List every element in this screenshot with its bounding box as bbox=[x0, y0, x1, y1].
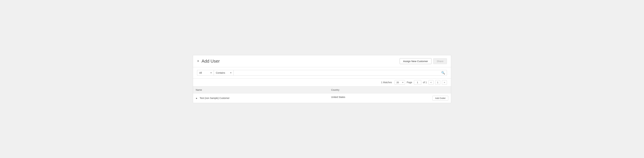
page-label: Page bbox=[407, 81, 412, 84]
pagination-row: 1 Matches 20 50 100 ▼ Page of 1 < 1 > bbox=[193, 78, 451, 86]
customer-country: United States bbox=[331, 96, 345, 98]
next-page-button[interactable]: > bbox=[442, 80, 447, 85]
table-cell-name: ► Test (non Sample) Customer bbox=[193, 93, 328, 103]
search-input[interactable] bbox=[234, 70, 447, 76]
page-of-text: of 1 bbox=[423, 81, 427, 84]
condition-select[interactable]: Contains Equals Starts With bbox=[214, 70, 234, 76]
table-header: Name Country bbox=[193, 86, 451, 93]
search-icon[interactable]: 🔍 bbox=[441, 71, 445, 75]
condition-select-wrapper: Contains Equals Starts With ▼ bbox=[214, 70, 234, 76]
page-size-select[interactable]: 20 50 100 bbox=[394, 80, 405, 85]
header-left: × Add User bbox=[197, 59, 220, 64]
data-table: Name Country ► Test (non Sample) Custome… bbox=[193, 86, 451, 103]
add-outlet-button[interactable]: Add Outlet bbox=[432, 96, 448, 101]
search-input-wrapper: 🔍 bbox=[234, 70, 447, 76]
table-header-row: Name Country bbox=[193, 86, 451, 93]
panel-header: × Add User Assign New Customer Share bbox=[193, 55, 451, 67]
table-row: ► Test (non Sample) Customer United Stat… bbox=[193, 93, 451, 103]
prev-page-button[interactable]: < bbox=[428, 80, 434, 85]
col-name-header: Name bbox=[193, 86, 328, 93]
col-country-header: Country bbox=[328, 86, 451, 93]
assign-new-customer-button[interactable]: Assign New Customer bbox=[400, 58, 432, 64]
filter-row: All Name Country ▼ Contains Equals Start… bbox=[193, 67, 451, 78]
add-user-panel: × Add User Assign New Customer Share All… bbox=[193, 55, 451, 103]
page-number-input[interactable] bbox=[414, 80, 421, 85]
customer-name: Test (non Sample) Customer bbox=[200, 97, 230, 99]
table-body: ► Test (non Sample) Customer United Stat… bbox=[193, 93, 451, 103]
field-select-wrapper: All Name Country ▼ bbox=[197, 70, 214, 76]
close-icon[interactable]: × bbox=[197, 59, 199, 63]
table-cell-country: United States Add Outlet bbox=[328, 93, 451, 103]
page-indicator-button: 1 bbox=[435, 80, 440, 85]
field-select[interactable]: All Name Country bbox=[197, 70, 214, 76]
header-right: Assign New Customer Share bbox=[400, 58, 447, 64]
panel-title: Add User bbox=[202, 59, 220, 64]
matches-text: 1 Matches bbox=[381, 81, 392, 84]
row-expander-icon[interactable]: ► bbox=[196, 97, 198, 99]
page-size-wrapper: 20 50 100 ▼ bbox=[394, 80, 405, 85]
share-button: Share bbox=[433, 58, 447, 64]
